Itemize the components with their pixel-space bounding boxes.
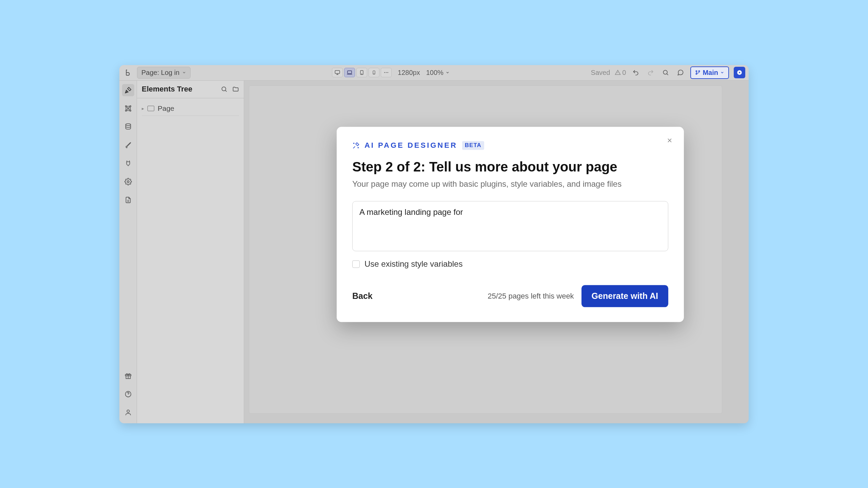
svg-point-13 bbox=[696, 73, 697, 74]
device-tablet-button[interactable] bbox=[356, 68, 367, 77]
chevron-down-icon bbox=[182, 70, 186, 75]
rail-settings-tab[interactable] bbox=[122, 176, 134, 188]
svg-point-8 bbox=[386, 72, 387, 73]
topbar-center: 1280px 100% bbox=[194, 68, 587, 77]
svg-point-19 bbox=[125, 110, 126, 111]
panel-header: Elements Tree bbox=[137, 81, 244, 98]
undo-button[interactable] bbox=[631, 67, 641, 78]
svg-point-26 bbox=[127, 410, 129, 412]
gear-icon bbox=[124, 178, 132, 185]
issues-indicator[interactable]: 0 bbox=[615, 69, 626, 77]
preview-button[interactable] bbox=[734, 67, 745, 78]
ai-page-designer-modal: AI PAGE DESIGNER BETA Step 2 of 2: Tell … bbox=[337, 127, 684, 322]
svg-point-21 bbox=[125, 123, 131, 125]
app-window: Page: Log in bbox=[119, 65, 749, 423]
branch-selector[interactable]: Main bbox=[690, 66, 729, 79]
svg-point-4 bbox=[362, 74, 362, 74]
rail-workflow-tab[interactable] bbox=[122, 102, 134, 115]
modal-footer: Back 25/25 pages left this week Generate… bbox=[352, 285, 668, 307]
checkbox-icon[interactable] bbox=[352, 260, 360, 268]
brush-icon bbox=[124, 141, 132, 149]
beta-badge: BETA bbox=[462, 141, 484, 150]
modal-title: Step 2 of 2: Tell us more about your pag… bbox=[352, 159, 668, 175]
elements-tree: ▸ Page bbox=[137, 98, 244, 119]
page-selector[interactable]: Page: Log in bbox=[137, 67, 191, 79]
warning-icon bbox=[615, 69, 621, 76]
svg-point-12 bbox=[699, 70, 700, 72]
workflow-icon bbox=[124, 105, 132, 112]
style-variables-option[interactable]: Use existing style variables bbox=[352, 259, 668, 269]
zoom-control[interactable]: 100% bbox=[426, 69, 450, 77]
help-icon bbox=[124, 390, 132, 398]
svg-rect-1 bbox=[335, 70, 340, 74]
tree-expand-icon[interactable]: ▸ bbox=[142, 106, 144, 111]
gift-icon bbox=[124, 372, 132, 380]
svg-point-20 bbox=[130, 110, 131, 111]
generate-button[interactable]: Generate with AI bbox=[581, 285, 668, 307]
search-icon bbox=[221, 86, 228, 93]
modal-subtitle: Your page may come up with basic plugins… bbox=[352, 179, 668, 189]
app-logo[interactable] bbox=[123, 67, 134, 78]
canvas-width[interactable]: 1280px bbox=[395, 69, 423, 77]
save-status: Saved bbox=[591, 69, 610, 77]
branch-label: Main bbox=[703, 69, 718, 77]
rail-account-button[interactable] bbox=[122, 406, 134, 419]
modal-brand-label: AI PAGE DESIGNER bbox=[364, 141, 457, 150]
tree-root-item[interactable]: ▸ Page bbox=[142, 102, 239, 116]
tree-root-label: Page bbox=[158, 104, 174, 113]
svg-point-6 bbox=[374, 74, 374, 74]
app-body: Elements Tree ▸ Page bbox=[119, 81, 749, 423]
branch-icon bbox=[695, 70, 701, 75]
play-icon bbox=[736, 69, 743, 76]
rail-design-tab[interactable] bbox=[122, 84, 134, 96]
panel-title: Elements Tree bbox=[142, 85, 192, 94]
rail-styles-tab[interactable] bbox=[122, 139, 134, 151]
plugin-icon bbox=[124, 160, 132, 167]
checkbox-label: Use existing style variables bbox=[364, 259, 462, 269]
topbar-right: Saved 0 Main bbox=[591, 66, 745, 79]
panel-search-button[interactable] bbox=[221, 86, 228, 93]
logs-icon bbox=[124, 196, 132, 204]
search-button[interactable] bbox=[660, 67, 671, 78]
device-more-button[interactable] bbox=[381, 68, 392, 77]
comment-button[interactable] bbox=[675, 67, 686, 78]
close-button[interactable] bbox=[666, 137, 673, 144]
svg-point-22 bbox=[127, 181, 129, 183]
svg-rect-2 bbox=[348, 71, 352, 74]
issues-count: 0 bbox=[622, 69, 626, 77]
modal-brand: AI PAGE DESIGNER BETA bbox=[352, 141, 668, 150]
rail-data-tab[interactable] bbox=[122, 121, 134, 133]
svg-point-10 bbox=[664, 70, 668, 74]
design-icon bbox=[124, 86, 132, 94]
chevron-down-icon bbox=[720, 70, 724, 75]
topbar: Page: Log in bbox=[119, 65, 749, 81]
svg-point-0 bbox=[126, 70, 127, 70]
device-buttons bbox=[332, 68, 392, 77]
svg-point-9 bbox=[388, 72, 388, 73]
rail-gift-button[interactable] bbox=[122, 370, 134, 382]
device-mobile-button[interactable] bbox=[369, 68, 379, 77]
zoom-value: 100% bbox=[426, 69, 443, 77]
folder-icon bbox=[232, 86, 239, 93]
panel-collapse-button[interactable] bbox=[232, 86, 239, 93]
svg-point-18 bbox=[127, 108, 129, 109]
user-icon bbox=[124, 409, 132, 416]
database-icon bbox=[124, 123, 132, 130]
page-description-input[interactable] bbox=[352, 201, 668, 251]
device-desktop-button[interactable] bbox=[332, 68, 343, 77]
device-laptop-button[interactable] bbox=[344, 68, 355, 77]
quota-text: 25/25 pages left this week bbox=[488, 292, 574, 301]
svg-point-27 bbox=[222, 87, 226, 91]
rail-logs-tab[interactable] bbox=[122, 194, 134, 206]
rail-help-button[interactable] bbox=[122, 388, 134, 400]
redo-button[interactable] bbox=[646, 67, 656, 78]
rail-plugins-tab[interactable] bbox=[122, 157, 134, 169]
magic-icon bbox=[352, 142, 360, 149]
svg-point-7 bbox=[384, 72, 385, 73]
elements-tree-panel: Elements Tree ▸ Page bbox=[137, 81, 244, 423]
canvas[interactable]: AI PAGE DESIGNER BETA Step 2 of 2: Tell … bbox=[244, 81, 749, 423]
chevron-down-icon bbox=[446, 70, 450, 75]
page-rect-icon bbox=[147, 106, 154, 111]
svg-point-11 bbox=[696, 70, 697, 72]
back-button[interactable]: Back bbox=[352, 291, 373, 301]
